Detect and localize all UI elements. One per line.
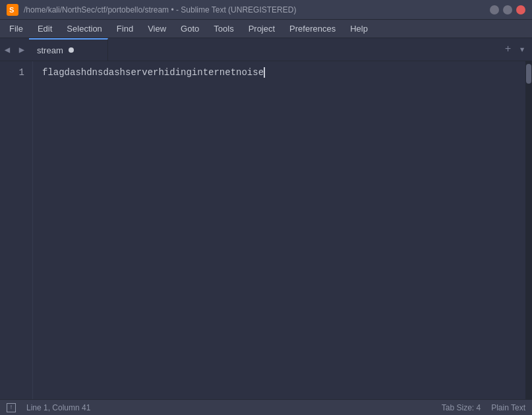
minimize-button[interactable]: − <box>490 5 499 14</box>
warning-icon: ! <box>7 403 16 412</box>
tab-nav-left-button[interactable]: ◀ <box>0 38 15 61</box>
status-right: Tab Size: 4 Plain Text <box>442 403 525 412</box>
line-number-1: 1 <box>0 65 32 80</box>
window-controls: − □ × <box>490 5 525 14</box>
menu-view[interactable]: View <box>141 21 173 36</box>
line-numbers: 1 <box>0 61 33 399</box>
new-tab-button[interactable]: + <box>502 42 514 57</box>
syntax-mode[interactable]: Plain Text <box>491 403 525 412</box>
svg-text:S: S <box>9 6 14 14</box>
chevron-left-icon: ◀ <box>5 44 10 55</box>
menu-find[interactable]: Find <box>110 21 140 36</box>
app-icon: S <box>7 4 18 16</box>
close-button[interactable]: × <box>516 5 525 14</box>
title-bar-left: S /home/kali/NorthSec/ctf/portobello/str… <box>7 4 296 16</box>
menu-preferences[interactable]: Preferences <box>283 21 342 36</box>
menu-file[interactable]: File <box>3 21 30 36</box>
window-title: /home/kali/NorthSec/ctf/portobello/strea… <box>24 5 296 14</box>
menu-help[interactable]: Help <box>343 21 374 36</box>
menu-edit[interactable]: Edit <box>31 21 59 36</box>
menu-selection[interactable]: Selection <box>60 21 108 36</box>
editor: 1 flagdashdnsdashserverhidinginternetnoi… <box>0 61 532 399</box>
maximize-button[interactable]: □ <box>503 5 512 14</box>
tab-nav-right-button[interactable]: ▶ <box>15 38 29 61</box>
scrollbar-thumb[interactable] <box>526 64 531 84</box>
menu-project[interactable]: Project <box>242 21 281 36</box>
scrollbar-vertical[interactable] <box>525 61 532 399</box>
tab-bar: ◀ ▶ stream + ▾ <box>0 38 532 61</box>
chevron-right-icon: ▶ <box>19 44 24 55</box>
code-line-1: flagdashdnsdashserverhidinginternetnoise <box>42 65 525 80</box>
tab-size[interactable]: Tab Size: 4 <box>442 403 481 412</box>
tab-modified-dot <box>69 47 74 53</box>
tab-actions: + ▾ <box>502 38 532 61</box>
tab-label: stream <box>37 45 63 55</box>
tab-list-button[interactable]: ▾ <box>516 42 528 57</box>
code-text-1: flagdashdnsdashserverhidinginternetnoise <box>42 65 264 80</box>
text-cursor <box>264 67 265 78</box>
menu-bar: File Edit Selection Find View Goto Tools… <box>0 20 532 38</box>
tab-stream[interactable]: stream <box>29 38 108 61</box>
editor-content[interactable]: flagdashdnsdashserverhidinginternetnoise <box>33 61 525 399</box>
title-bar: S /home/kali/NorthSec/ctf/portobello/str… <box>0 0 532 20</box>
cursor-position: Line 1, Column 41 <box>26 403 90 412</box>
menu-tools[interactable]: Tools <box>207 21 240 36</box>
menu-goto[interactable]: Goto <box>174 21 206 36</box>
status-bar: ! Line 1, Column 41 Tab Size: 4 Plain Te… <box>0 399 532 415</box>
